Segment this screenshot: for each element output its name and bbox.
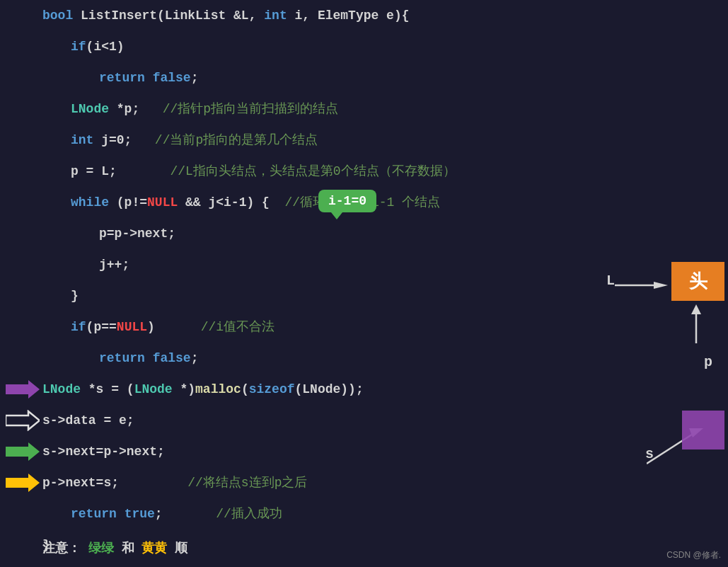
code-semi2: ; — [191, 343, 199, 374]
code-sizeof-arg: (LNode)); — [295, 374, 364, 405]
purple-arrow-icon — [6, 379, 40, 400]
type-lnode2: LNode — [42, 374, 81, 405]
svg-marker-1 — [6, 411, 40, 430]
svg-marker-3 — [6, 474, 40, 492]
code-p-next: p=p->next; — [99, 218, 175, 249]
comment-7: //插入成功 — [163, 498, 282, 529]
keyword-while: while — [71, 187, 109, 218]
head-node-box: 头 — [671, 262, 724, 301]
type-lnode3: LNode — [134, 374, 173, 405]
keyword-return2: return — [99, 343, 145, 374]
comment-1: //指针p指向当前扫描到的结点 — [139, 93, 338, 125]
code-params: i, ElemType e){ — [287, 0, 410, 31]
keyword-null1: NULL — [147, 187, 178, 218]
code-semi1: ; — [191, 62, 199, 93]
p-arrow-icon — [686, 304, 707, 347]
keyword-return3: return — [71, 498, 117, 529]
keyword-true: true — [125, 498, 155, 529]
keyword-int: int — [264, 0, 287, 31]
tooltip-bubble: i-1=0 — [318, 190, 376, 212]
comment-5: //i值不合法 — [155, 311, 275, 343]
func-name: ListInsert(LinkList &L, — [81, 0, 264, 31]
comment-2: //当前p指向的是第几个结点 — [132, 125, 318, 156]
svg-marker-7 — [691, 304, 701, 314]
green-arrow-icon — [6, 441, 40, 462]
head-node-label: 头 — [689, 269, 707, 294]
keyword-return1: return — [99, 62, 145, 93]
s-node-box — [682, 411, 724, 449]
svg-marker-0 — [6, 380, 40, 399]
code-s-decl: *s = ( — [81, 374, 134, 405]
note-suffix: 顺 — [175, 542, 187, 556]
note-middle: 和 — [122, 542, 134, 556]
code-cond2: (p== — [86, 311, 117, 343]
code-j-inc: j++; — [99, 249, 129, 280]
keyword-sizeof: sizeof — [249, 374, 295, 405]
type-lnode1: LNode — [71, 93, 109, 125]
svg-marker-5 — [654, 282, 668, 289]
watermark: CSDN @修者. — [666, 549, 721, 561]
L-label: L — [606, 273, 615, 289]
code-cond2-end: ) — [147, 311, 155, 343]
L-arrow-icon — [615, 278, 668, 292]
white-arrow-icon — [6, 410, 40, 431]
svg-marker-2 — [6, 442, 40, 461]
code-close-while: } — [71, 280, 79, 311]
code-semi3: ; — [155, 498, 163, 529]
note-prefix: 注意： — [42, 542, 81, 556]
keyword-if2: if — [71, 311, 86, 343]
code-cond1: (i<1) — [86, 31, 125, 62]
keyword-false2: false — [153, 343, 191, 374]
code-ptr-p: *p; — [109, 93, 139, 125]
diagram: L 头 p s — [587, 0, 728, 567]
code-cast: *) — [173, 374, 195, 405]
note-green: 绿绿 — [88, 542, 114, 556]
code-j0: j=0; — [93, 125, 132, 156]
keyword-if1: if — [71, 31, 86, 62]
code-s-next: s->next=p->next; — [42, 436, 165, 467]
code-sizeof-open: ( — [241, 374, 249, 405]
keyword-bool: bool — [42, 0, 73, 31]
code-while-rest: && j<i-1) { — [178, 187, 270, 218]
func-malloc: malloc — [195, 374, 241, 405]
code-p-next-s: p->next=s; — [42, 467, 119, 498]
p-label: p — [704, 354, 712, 370]
code-p-eq-L: p = L; — [71, 156, 117, 187]
code-while-cond: (p!= — [109, 187, 147, 218]
bottom-note: 注意： 绿绿 和 黄黄 顺 — [42, 539, 187, 556]
keyword-int2: int — [71, 125, 93, 156]
note-yellow: 黄黄 — [141, 542, 167, 556]
tooltip-text: i-1=0 — [328, 194, 366, 208]
keyword-null2: NULL — [117, 311, 147, 343]
code-s-data: s->data = e; — [42, 405, 134, 436]
comment-6: //将结点s连到p之后 — [119, 467, 307, 498]
yellow-arrow-icon — [6, 472, 40, 493]
keyword-false1: false — [153, 62, 191, 93]
comment-3: //L指向头结点，头结点是第0个结点（不存数据） — [117, 156, 456, 187]
